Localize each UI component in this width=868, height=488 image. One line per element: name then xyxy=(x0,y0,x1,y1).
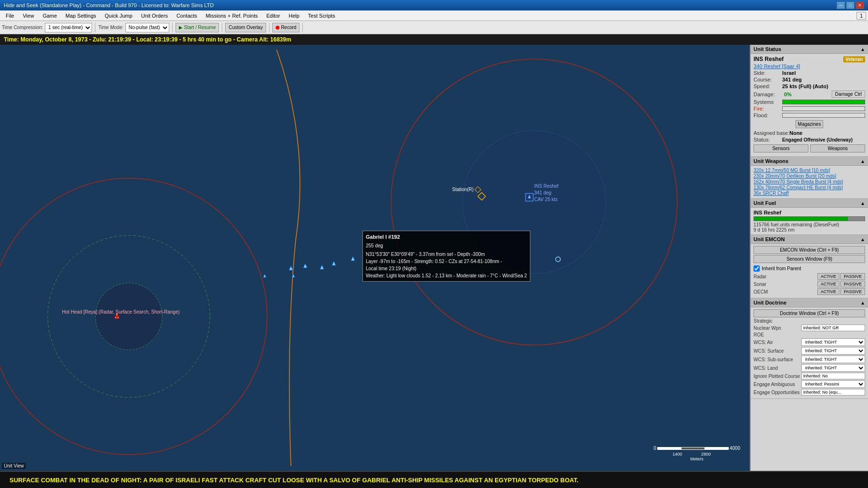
ignore-plotted-row: Ignore Plotted Course Inherited: No xyxy=(754,373,865,379)
svg-point-3 xyxy=(95,283,162,350)
time-mode-select[interactable]: No-pulse (fast) xyxy=(125,23,169,32)
unit-emcon-header[interactable]: Unit EMCON ▲ xyxy=(751,235,868,244)
wcs-air-select[interactable]: Inherited: TIGHT xyxy=(801,338,865,346)
unit-weapons-header[interactable]: Unit Weapons ▲ xyxy=(751,157,868,166)
radar-buttons: ACTIVE PASSIVE xyxy=(817,273,865,280)
radar-active-button[interactable]: ACTIVE xyxy=(817,273,840,280)
flood-label: Flood: xyxy=(754,112,782,118)
nuclear-wpn-value: Inherited: NOT GR xyxy=(801,325,865,331)
weapon-4[interactable]: 130x 76mm/62 Compact HE Burst [4 mds] xyxy=(754,185,865,190)
close-button[interactable]: ✕ xyxy=(856,1,864,9)
systems-bar xyxy=(782,100,865,104)
weapons-button[interactable]: Weapons xyxy=(810,144,865,152)
emcon-window-button[interactable]: EMCON Window (Ctrl + F9) xyxy=(754,246,865,254)
scale-4000: 4000 xyxy=(730,446,740,451)
roe-label-row: ROE xyxy=(754,332,865,337)
sensors-window-button[interactable]: Sensors Window (F9) xyxy=(754,255,865,263)
menu-view[interactable]: View xyxy=(19,12,38,20)
station-diamond-icon xyxy=(475,186,481,193)
inherit-parent-checkbox[interactable] xyxy=(754,265,760,272)
sonar-passive-button[interactable]: PASSIVE xyxy=(840,281,865,287)
bottom-bar: SURFACE COMBAT IN THE DEAD OF NIGHT: A P… xyxy=(0,471,868,488)
wcs-land-select[interactable]: Inherited: TIGHT xyxy=(801,364,865,372)
weapon-5[interactable]: 36x SRCR Chaff xyxy=(754,191,865,196)
menu-unit-orders[interactable]: Unit Orders xyxy=(137,12,172,20)
weapon-1[interactable]: 320x 12.7mm/50 MG Burst [10 mds] xyxy=(754,168,865,173)
menu-quick-jump[interactable]: Quick Jump xyxy=(101,12,136,20)
strategic-label: Strategic xyxy=(754,318,801,324)
magazines-row: Magazines xyxy=(754,120,865,128)
unit-doctrine-header[interactable]: Unit Doctrine ▲ xyxy=(751,298,868,307)
status-label: Status: xyxy=(754,137,782,142)
sonar-active-button[interactable]: ACTIVE xyxy=(817,281,840,287)
menu-file[interactable]: File xyxy=(2,12,18,20)
station-text: Station(R) xyxy=(452,187,474,192)
menu-help[interactable]: Help xyxy=(285,12,303,20)
fire-label: Fire: xyxy=(754,106,782,112)
time-compression-select[interactable]: 1 sec (real-time) xyxy=(45,23,92,32)
time-mode-label: Time Mode: xyxy=(98,25,123,30)
speed-label: Speed: xyxy=(754,83,782,89)
map-area[interactable]: Station(R) INS Reshef 341 deg CAV 25 kts… xyxy=(0,45,750,471)
engage-ambiguous-select[interactable]: Inherited: Pessimi xyxy=(801,380,865,388)
record-group: Record xyxy=(272,23,303,32)
unit-view-label: Unit View xyxy=(2,463,26,469)
magazines-button[interactable]: Magazines xyxy=(796,120,823,128)
engage-opport-label: Engage Opportunities xyxy=(754,390,801,395)
main-layout: Station(R) INS Reshef 341 deg CAV 25 kts… xyxy=(0,45,868,471)
damage-ctrl-button[interactable]: Damage Ctrl xyxy=(832,91,865,98)
wcs-subsurface-select[interactable]: Inherited: TIGHT xyxy=(801,356,865,363)
unit-status-header[interactable]: Unit Status ▲ xyxy=(751,45,868,54)
flood-row: Flood: xyxy=(754,112,865,118)
wcs-land-label: WCS: Land xyxy=(754,366,801,371)
menu-map-settings[interactable]: Map Settings xyxy=(62,12,100,20)
weapon-3[interactable]: 162x 40mm/70 Single Breda Burst [4 mds] xyxy=(754,179,865,184)
menu-editor[interactable]: Editor xyxy=(262,12,284,20)
unit-weapons-section: Unit Weapons ▲ 320x 12.7mm/50 MG Burst [… xyxy=(751,157,868,199)
record-button[interactable]: Record xyxy=(272,23,300,32)
assigned-base-label: Assigned base: xyxy=(754,130,789,136)
menu-missions[interactable]: Missions + Ref. Points xyxy=(202,12,261,20)
oecm-row: OECM ACTIVE PASSIVE xyxy=(754,288,865,295)
wcs-air-label: WCS: Air xyxy=(754,340,801,345)
unit-status-content: INS Reshef Veteran 340 Reshef [Saar 4] S… xyxy=(751,54,868,156)
start-resume-button[interactable]: ▶ Start / Resume xyxy=(176,23,219,32)
menu-test-scripts[interactable]: Test Scripts xyxy=(304,12,339,20)
weapon-2[interactable]: 230x 20mm/70 Oerlikon Burst [20 mds] xyxy=(754,173,865,179)
restore-button[interactable]: □ xyxy=(846,1,855,9)
minimize-button[interactable]: ─ xyxy=(837,1,845,9)
toolbar: Time Compression: 1 sec (real-time) Time… xyxy=(0,21,868,34)
wcs-subsurface-label: WCS: Sub-surface xyxy=(754,357,801,362)
menu-game[interactable]: Game xyxy=(39,12,61,20)
unit-weapons-content: 320x 12.7mm/50 MG Burst [10 mds] 230x 20… xyxy=(751,166,868,198)
menu-build: 1 xyxy=(857,12,866,20)
course-value: 341 deg xyxy=(782,77,802,82)
inherit-parent-row: Inherit from Parent xyxy=(754,265,865,272)
wcs-surface-select[interactable]: Inherited: TIGHT xyxy=(801,347,865,355)
doctrine-window-button[interactable]: Doctrine Window (Ctrl + F9) xyxy=(754,309,865,317)
sensors-button[interactable]: Sensors xyxy=(754,144,808,152)
scale-seg-1 xyxy=(657,447,681,450)
oecm-active-button[interactable]: ACTIVE xyxy=(817,288,840,295)
roe-label: ROE xyxy=(754,332,801,337)
oecm-passive-button[interactable]: PASSIVE xyxy=(840,288,865,295)
unit-fuel-header[interactable]: Unit Fuel ▲ xyxy=(751,199,868,208)
oecm-buttons: ACTIVE PASSIVE xyxy=(817,288,865,295)
engage-ambiguous-label: Engage Ambiguous xyxy=(754,382,801,387)
scale-seg-2 xyxy=(681,447,705,450)
fuel-time: 9 d 16 hrs 2225 nm xyxy=(754,227,865,233)
unit-weapons-title: Unit Weapons xyxy=(754,158,788,164)
custom-overlay-button[interactable]: Custom Overlay xyxy=(225,23,266,32)
unit-fuel-title: Unit Fuel xyxy=(754,200,776,206)
speed-value: 25 kts (Full) (Auto) xyxy=(782,83,828,89)
unit-fuel-collapse-icon: ▲ xyxy=(860,201,865,206)
unit-name-row: INS Reshef Veteran xyxy=(754,56,865,62)
oecm-label: OECM xyxy=(754,289,777,295)
radar-passive-button[interactable]: PASSIVE xyxy=(840,273,865,280)
tooltip-line2: Layer -97m to -165m - Strength: 0.52 - C… xyxy=(366,258,527,265)
unit-type-link[interactable]: 340 Reshef [Saar 4] xyxy=(754,63,800,69)
menu-contacts[interactable]: Contacts xyxy=(173,12,201,20)
nuclear-wpn-label: Nuclear Wpn xyxy=(754,325,801,331)
radar-row: Radar ACTIVE PASSIVE xyxy=(754,273,865,280)
time-bar: Time: Monday, October 8, 1973 - Zulu: 21… xyxy=(0,34,868,45)
